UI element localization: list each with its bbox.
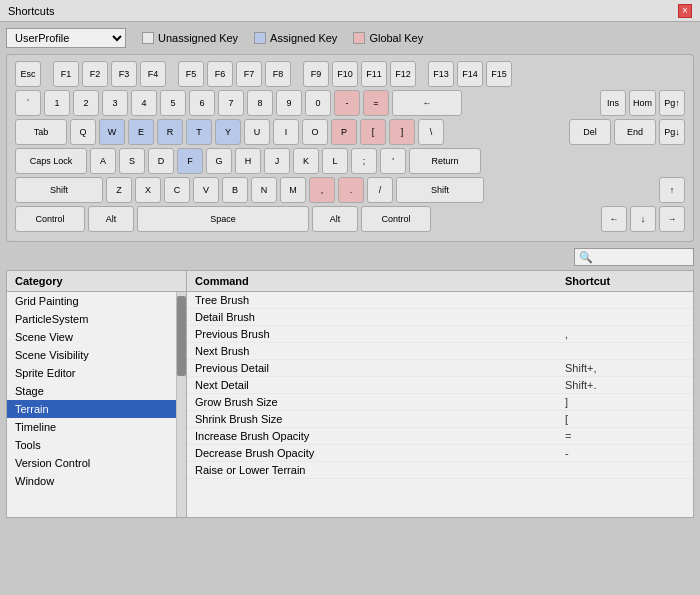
key-9[interactable]: 9 [276, 90, 302, 116]
key-f2[interactable]: F2 [82, 61, 108, 87]
key-capslock[interactable]: Caps Lock [15, 148, 87, 174]
key-apostrophe[interactable]: ' [380, 148, 406, 174]
key-arrow-down[interactable]: ↓ [630, 206, 656, 232]
key-v[interactable]: V [193, 177, 219, 203]
key-f13[interactable]: F13 [428, 61, 454, 87]
key-return[interactable]: Return [409, 148, 481, 174]
key-k[interactable]: K [293, 148, 319, 174]
key-g[interactable]: G [206, 148, 232, 174]
category-item[interactable]: Version Control [7, 454, 176, 472]
key-lbracket[interactable]: [ [360, 119, 386, 145]
key-5[interactable]: 5 [160, 90, 186, 116]
key-p[interactable]: P [331, 119, 357, 145]
key-a[interactable]: A [90, 148, 116, 174]
command-row[interactable]: Raise or Lower Terrain [187, 462, 693, 479]
key-f4[interactable]: F4 [140, 61, 166, 87]
key-alt-left[interactable]: Alt [88, 206, 134, 232]
key-r[interactable]: R [157, 119, 183, 145]
command-row[interactable]: Next Brush [187, 343, 693, 360]
key-f5[interactable]: F5 [178, 61, 204, 87]
key-q[interactable]: Q [70, 119, 96, 145]
key-f1[interactable]: F1 [53, 61, 79, 87]
key-shift-left[interactable]: Shift [15, 177, 103, 203]
category-scrollbar[interactable] [176, 292, 186, 517]
key-6[interactable]: 6 [189, 90, 215, 116]
category-item[interactable]: ParticleSystem [7, 310, 176, 328]
key-m[interactable]: M [280, 177, 306, 203]
key-end[interactable]: End [614, 119, 656, 145]
command-row[interactable]: Previous DetailShift+, [187, 360, 693, 377]
key-2[interactable]: 2 [73, 90, 99, 116]
category-item[interactable]: Window [7, 472, 176, 490]
key-tab[interactable]: Tab [15, 119, 67, 145]
key-b[interactable]: B [222, 177, 248, 203]
key-n[interactable]: N [251, 177, 277, 203]
key-pgdn[interactable]: Pg↓ [659, 119, 685, 145]
key-s[interactable]: S [119, 148, 145, 174]
key-o[interactable]: O [302, 119, 328, 145]
key-4[interactable]: 4 [131, 90, 157, 116]
key-f11[interactable]: F11 [361, 61, 387, 87]
key-f[interactable]: F [177, 148, 203, 174]
category-item[interactable]: Grid Painting [7, 292, 176, 310]
key-comma[interactable]: , [309, 177, 335, 203]
command-row[interactable]: Decrease Brush Opacity- [187, 445, 693, 462]
key-slash[interactable]: / [367, 177, 393, 203]
close-button[interactable]: × [678, 4, 692, 18]
key-minus[interactable]: - [334, 90, 360, 116]
key-pgup[interactable]: Pg↑ [659, 90, 685, 116]
key-h[interactable]: H [235, 148, 261, 174]
category-item[interactable]: Scene View [7, 328, 176, 346]
key-i[interactable]: I [273, 119, 299, 145]
key-arrow-left[interactable]: ← [601, 206, 627, 232]
key-c[interactable]: C [164, 177, 190, 203]
command-list[interactable]: Tree BrushDetail BrushPrevious Brush,Nex… [187, 292, 693, 517]
key-1[interactable]: 1 [44, 90, 70, 116]
key-backslash[interactable]: \ [418, 119, 444, 145]
key-7[interactable]: 7 [218, 90, 244, 116]
search-input[interactable] [574, 248, 694, 266]
key-ctrl-right[interactable]: Control [361, 206, 431, 232]
key-rbracket[interactable]: ] [389, 119, 415, 145]
key-backtick[interactable]: ` [15, 90, 41, 116]
key-f7[interactable]: F7 [236, 61, 262, 87]
key-3[interactable]: 3 [102, 90, 128, 116]
key-insert[interactable]: Ins [600, 90, 626, 116]
key-f14[interactable]: F14 [457, 61, 483, 87]
key-f12[interactable]: F12 [390, 61, 416, 87]
command-row[interactable]: Tree Brush [187, 292, 693, 309]
category-item[interactable]: Scene Visibility [7, 346, 176, 364]
category-item[interactable]: Timeline [7, 418, 176, 436]
key-f8[interactable]: F8 [265, 61, 291, 87]
key-x[interactable]: X [135, 177, 161, 203]
key-f6[interactable]: F6 [207, 61, 233, 87]
key-l[interactable]: L [322, 148, 348, 174]
command-row[interactable]: Increase Brush Opacity= [187, 428, 693, 445]
key-f3[interactable]: F3 [111, 61, 137, 87]
key-0[interactable]: 0 [305, 90, 331, 116]
key-space[interactable]: Space [137, 206, 309, 232]
key-u[interactable]: U [244, 119, 270, 145]
key-ctrl-left[interactable]: Control [15, 206, 85, 232]
key-f10[interactable]: F10 [332, 61, 358, 87]
key-f9[interactable]: F9 [303, 61, 329, 87]
category-item[interactable]: Terrain [7, 400, 176, 418]
key-j[interactable]: J [264, 148, 290, 174]
category-list[interactable]: Grid PaintingParticleSystemScene ViewSce… [7, 292, 176, 517]
key-equals[interactable]: = [363, 90, 389, 116]
key-w[interactable]: W [99, 119, 125, 145]
key-backspace[interactable]: ← [392, 90, 462, 116]
key-period[interactable]: . [338, 177, 364, 203]
category-item[interactable]: Tools [7, 436, 176, 454]
key-y[interactable]: Y [215, 119, 241, 145]
command-row[interactable]: Previous Brush, [187, 326, 693, 343]
command-row[interactable]: Shrink Brush Size[ [187, 411, 693, 428]
key-esc[interactable]: Esc [15, 61, 41, 87]
key-f15[interactable]: F15 [486, 61, 512, 87]
key-semicolon[interactable]: ; [351, 148, 377, 174]
key-home[interactable]: Hom [629, 90, 656, 116]
key-shift-right[interactable]: Shift [396, 177, 484, 203]
key-delete[interactable]: Del [569, 119, 611, 145]
key-arrow-right[interactable]: → [659, 206, 685, 232]
command-row[interactable]: Next DetailShift+. [187, 377, 693, 394]
